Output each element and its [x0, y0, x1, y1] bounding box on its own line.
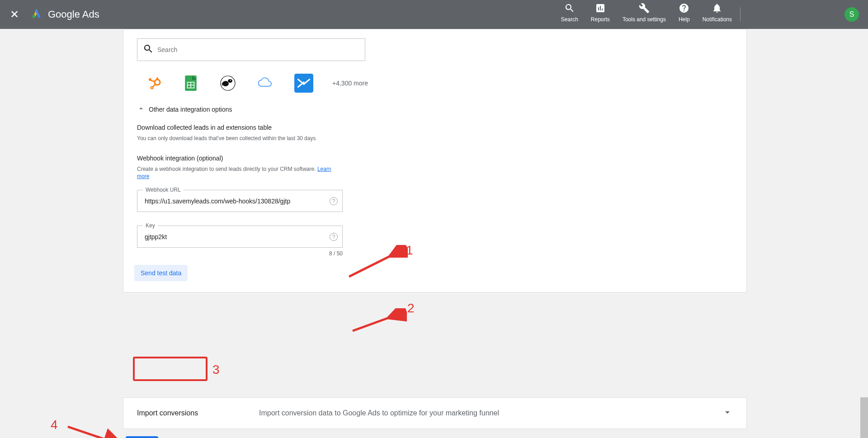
key-char-count: 8 / 50 — [137, 250, 343, 257]
mailchimp-icon[interactable] — [220, 75, 236, 91]
import-title: Import conversions — [137, 409, 259, 417]
svg-line-7 — [153, 84, 156, 87]
chevron-down-icon — [722, 407, 733, 419]
hubspot-icon[interactable] — [146, 75, 161, 91]
integration-search-input[interactable] — [157, 46, 359, 53]
help-icon[interactable]: ? — [330, 197, 338, 205]
google-sheets-icon[interactable] — [183, 75, 198, 91]
nav-help-label: Help — [679, 16, 690, 23]
nav-tools-label: Tools and settings — [623, 16, 666, 23]
svg-point-13 — [228, 79, 232, 83]
other-options-toggle[interactable]: Other data integration options — [137, 104, 733, 114]
webhook-key-field[interactable]: Key ? — [137, 226, 343, 248]
search-icon — [564, 3, 575, 15]
other-options-label: Other data integration options — [149, 106, 232, 113]
avatar[interactable]: S — [844, 7, 859, 22]
wrench-icon — [639, 3, 650, 15]
webhook-url-label: Webhook URL — [143, 187, 184, 193]
webhook-url-field[interactable]: Webhook URL ? — [137, 190, 343, 212]
product-name: Google Ads — [48, 9, 99, 20]
scrollbar-thumb[interactable] — [860, 397, 868, 438]
annotation-num-3: 3 — [212, 363, 220, 377]
nav-help[interactable]: Help — [672, 0, 696, 29]
header-left: ✕ Google Ads — [9, 8, 99, 21]
webhook-key-input[interactable] — [145, 233, 324, 240]
download-title: Download collected leads in ad extension… — [137, 124, 733, 131]
annotation-num-2: 2 — [407, 301, 415, 316]
close-button[interactable]: ✕ — [9, 8, 20, 21]
svg-point-4 — [151, 87, 153, 89]
nav-notifications[interactable]: Notifications — [696, 0, 738, 29]
app-header: ✕ Google Ads Search Reports Tools and se… — [0, 0, 868, 29]
header-nav: Search Reports Tools and settings Help N… — [555, 0, 745, 29]
annotation-num-4: 4 — [51, 418, 58, 432]
save-button[interactable]: Save — [126, 436, 158, 438]
help-icon[interactable]: ? — [330, 233, 338, 241]
nav-notifications-label: Notifications — [703, 16, 732, 23]
nav-search[interactable]: Search — [555, 0, 585, 29]
annotation-highlight-3 — [133, 357, 208, 381]
webhook-sub: Create a webhook integration to send lea… — [137, 165, 336, 180]
product-logo[interactable]: Google Ads — [31, 8, 99, 21]
svg-line-18 — [353, 313, 402, 331]
send-test-button[interactable]: Send test data — [134, 265, 188, 281]
annotation-arrow-4 — [63, 422, 127, 438]
webhook-title: Webhook integration (optional) — [137, 155, 733, 162]
webhook-url-input[interactable] — [145, 198, 324, 205]
avatar-letter: S — [849, 10, 854, 19]
cloud-icon[interactable] — [257, 75, 273, 91]
google-ads-logo-icon — [31, 8, 42, 21]
action-row: Save Cancel — [126, 436, 191, 438]
integration-search[interactable] — [137, 38, 365, 61]
nav-reports[interactable]: Reports — [585, 0, 616, 29]
svg-point-0 — [33, 15, 36, 18]
page-body: +4,300 more Other data integration optio… — [0, 29, 868, 438]
download-sub: You can only download leads that've been… — [137, 135, 336, 142]
webhook-sub-text: Create a webhook integration to send lea… — [137, 166, 317, 172]
import-sub: Import conversion data to Google Ads to … — [259, 409, 722, 417]
scrollbar-track — [860, 29, 868, 438]
header-divider — [740, 7, 741, 22]
search-icon — [143, 43, 157, 56]
svg-rect-16 — [294, 74, 313, 93]
help-icon — [679, 3, 689, 15]
svg-point-15 — [230, 80, 231, 81]
main-card: +4,300 more Other data integration optio… — [123, 29, 747, 292]
svg-point-14 — [222, 81, 229, 86]
nav-search-label: Search — [561, 16, 578, 23]
integrations-more[interactable]: +4,300 more — [332, 80, 368, 87]
svg-line-19 — [68, 427, 121, 438]
chevron-up-icon — [137, 104, 145, 114]
integrations-row: +4,300 more — [146, 74, 733, 93]
bell-icon — [712, 3, 722, 15]
campaign-monitor-icon[interactable] — [294, 74, 313, 93]
import-conversions-card[interactable]: Import conversions Import conversion dat… — [123, 397, 747, 429]
annotation-arrow-2 — [348, 308, 407, 335]
webhook-key-label: Key — [143, 222, 158, 229]
annotation-num-1: 1 — [406, 243, 413, 258]
nav-tools[interactable]: Tools and settings — [616, 0, 672, 29]
nav-reports-label: Reports — [591, 16, 610, 23]
bar-chart-icon — [595, 3, 606, 15]
svg-point-3 — [156, 77, 158, 79]
